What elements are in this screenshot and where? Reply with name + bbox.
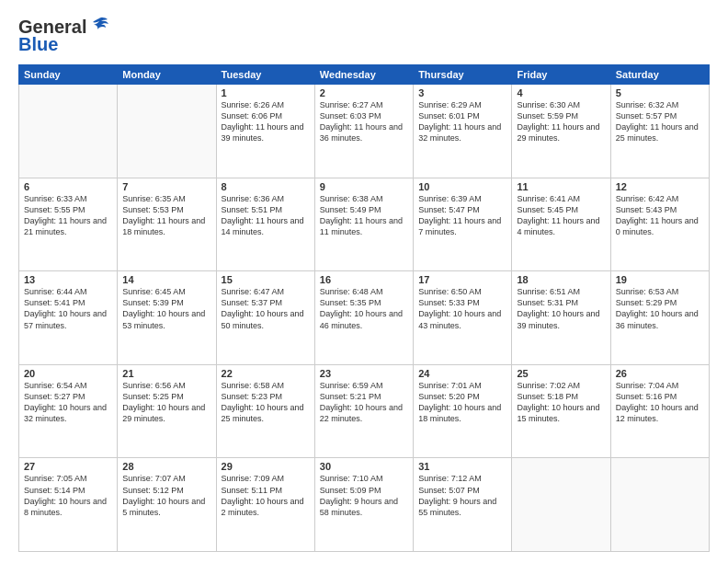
calendar-cell: 9Sunrise: 6:38 AM Sunset: 5:49 PM Daylig… <box>314 178 413 271</box>
calendar-cell: 4Sunrise: 6:30 AM Sunset: 5:59 PM Daylig… <box>512 85 610 178</box>
day-number: 10 <box>418 181 506 192</box>
day-number: 17 <box>418 274 506 285</box>
day-number: 27 <box>24 461 112 472</box>
day-info: Sunrise: 6:35 AM Sunset: 5:53 PM Dayligh… <box>122 193 210 238</box>
day-number: 25 <box>517 368 605 379</box>
day-number: 3 <box>418 87 506 98</box>
calendar-cell: 10Sunrise: 6:39 AM Sunset: 5:47 PM Dayli… <box>414 178 512 271</box>
calendar-cell: 12Sunrise: 6:42 AM Sunset: 5:43 PM Dayli… <box>610 178 709 271</box>
calendar-header-monday: Monday <box>118 65 216 85</box>
calendar-cell <box>610 458 709 552</box>
calendar-cell <box>118 85 216 178</box>
day-number: 31 <box>418 461 506 472</box>
calendar-cell <box>19 85 118 178</box>
day-number: 9 <box>320 181 408 192</box>
day-info: Sunrise: 7:09 AM Sunset: 5:11 PM Dayligh… <box>222 473 310 518</box>
calendar-header-wednesday: Wednesday <box>314 65 413 85</box>
calendar-cell: 18Sunrise: 6:51 AM Sunset: 5:31 PM Dayli… <box>512 271 610 365</box>
day-info: Sunrise: 6:42 AM Sunset: 5:43 PM Dayligh… <box>616 193 704 238</box>
day-info: Sunrise: 6:59 AM Sunset: 5:21 PM Dayligh… <box>320 380 408 425</box>
calendar-cell: 31Sunrise: 7:12 AM Sunset: 5:07 PM Dayli… <box>414 458 512 552</box>
day-info: Sunrise: 6:39 AM Sunset: 5:47 PM Dayligh… <box>418 193 506 238</box>
calendar-header-thursday: Thursday <box>414 65 512 85</box>
day-number: 5 <box>616 87 704 98</box>
calendar-cell: 6Sunrise: 6:33 AM Sunset: 5:55 PM Daylig… <box>19 178 118 271</box>
day-info: Sunrise: 7:01 AM Sunset: 5:20 PM Dayligh… <box>418 380 506 425</box>
calendar-cell: 27Sunrise: 7:05 AM Sunset: 5:14 PM Dayli… <box>19 458 118 552</box>
calendar-header-friday: Friday <box>512 65 610 85</box>
calendar-cell: 25Sunrise: 7:02 AM Sunset: 5:18 PM Dayli… <box>512 364 610 458</box>
day-info: Sunrise: 7:02 AM Sunset: 5:18 PM Dayligh… <box>517 380 605 425</box>
calendar-cell: 30Sunrise: 7:10 AM Sunset: 5:09 PM Dayli… <box>314 458 413 552</box>
day-info: Sunrise: 6:27 AM Sunset: 6:03 PM Dayligh… <box>320 99 408 144</box>
calendar-cell: 1Sunrise: 6:26 AM Sunset: 6:06 PM Daylig… <box>216 85 314 178</box>
day-number: 8 <box>222 181 310 192</box>
calendar-cell: 22Sunrise: 6:58 AM Sunset: 5:23 PM Dayli… <box>216 364 314 458</box>
calendar-header-saturday: Saturday <box>610 65 709 85</box>
day-info: Sunrise: 6:29 AM Sunset: 6:01 PM Dayligh… <box>418 99 506 144</box>
day-info: Sunrise: 6:33 AM Sunset: 5:55 PM Dayligh… <box>24 193 112 238</box>
day-number: 24 <box>418 368 506 379</box>
day-info: Sunrise: 6:50 AM Sunset: 5:33 PM Dayligh… <box>418 286 506 331</box>
day-info: Sunrise: 6:53 AM Sunset: 5:29 PM Dayligh… <box>616 286 704 331</box>
calendar-cell: 24Sunrise: 7:01 AM Sunset: 5:20 PM Dayli… <box>414 364 512 458</box>
day-info: Sunrise: 7:10 AM Sunset: 5:09 PM Dayligh… <box>320 473 408 518</box>
calendar-week-row: 13Sunrise: 6:44 AM Sunset: 5:41 PM Dayli… <box>19 271 710 365</box>
calendar-cell: 16Sunrise: 6:48 AM Sunset: 5:35 PM Dayli… <box>314 271 413 365</box>
calendar-header-sunday: Sunday <box>19 65 118 85</box>
day-info: Sunrise: 6:48 AM Sunset: 5:35 PM Dayligh… <box>320 286 408 331</box>
calendar-cell: 20Sunrise: 6:54 AM Sunset: 5:27 PM Dayli… <box>19 364 118 458</box>
day-number: 15 <box>222 274 310 285</box>
day-number: 29 <box>222 461 310 472</box>
calendar-week-row: 6Sunrise: 6:33 AM Sunset: 5:55 PM Daylig… <box>19 178 710 271</box>
day-number: 22 <box>222 368 310 379</box>
calendar-cell: 14Sunrise: 6:45 AM Sunset: 5:39 PM Dayli… <box>118 271 216 365</box>
calendar-cell: 21Sunrise: 6:56 AM Sunset: 5:25 PM Dayli… <box>118 364 216 458</box>
day-number: 6 <box>24 181 112 192</box>
logo-bird-icon <box>89 17 109 35</box>
calendar-cell: 29Sunrise: 7:09 AM Sunset: 5:11 PM Dayli… <box>216 458 314 552</box>
calendar-cell: 8Sunrise: 6:36 AM Sunset: 5:51 PM Daylig… <box>216 178 314 271</box>
day-info: Sunrise: 6:41 AM Sunset: 5:45 PM Dayligh… <box>517 193 605 238</box>
day-number: 23 <box>320 368 408 379</box>
calendar-cell: 3Sunrise: 6:29 AM Sunset: 6:01 PM Daylig… <box>414 85 512 178</box>
calendar-week-row: 27Sunrise: 7:05 AM Sunset: 5:14 PM Dayli… <box>19 458 710 552</box>
day-number: 26 <box>616 368 704 379</box>
day-info: Sunrise: 6:44 AM Sunset: 5:41 PM Dayligh… <box>24 286 112 331</box>
calendar-cell: 5Sunrise: 6:32 AM Sunset: 5:57 PM Daylig… <box>610 85 709 178</box>
day-info: Sunrise: 6:54 AM Sunset: 5:27 PM Dayligh… <box>24 380 112 425</box>
day-info: Sunrise: 6:51 AM Sunset: 5:31 PM Dayligh… <box>517 286 605 331</box>
header: General Blue <box>18 17 710 55</box>
day-number: 4 <box>517 87 605 98</box>
day-info: Sunrise: 6:36 AM Sunset: 5:51 PM Dayligh… <box>222 193 310 238</box>
day-number: 1 <box>222 87 310 98</box>
day-info: Sunrise: 6:38 AM Sunset: 5:49 PM Dayligh… <box>320 193 408 238</box>
calendar-cell: 15Sunrise: 6:47 AM Sunset: 5:37 PM Dayli… <box>216 271 314 365</box>
day-number: 13 <box>24 274 112 285</box>
page: General Blue SundayMondayTuesdayWednesda… <box>0 0 728 563</box>
calendar-cell: 23Sunrise: 6:59 AM Sunset: 5:21 PM Dayli… <box>314 364 413 458</box>
calendar-cell: 26Sunrise: 7:04 AM Sunset: 5:16 PM Dayli… <box>610 364 709 458</box>
day-info: Sunrise: 7:12 AM Sunset: 5:07 PM Dayligh… <box>418 473 506 518</box>
day-number: 28 <box>122 461 210 472</box>
day-number: 2 <box>320 87 408 98</box>
day-number: 16 <box>320 274 408 285</box>
day-info: Sunrise: 6:30 AM Sunset: 5:59 PM Dayligh… <box>517 99 605 144</box>
day-info: Sunrise: 6:56 AM Sunset: 5:25 PM Dayligh… <box>122 380 210 425</box>
logo: General Blue <box>18 17 109 55</box>
day-number: 11 <box>517 181 605 192</box>
calendar-cell: 17Sunrise: 6:50 AM Sunset: 5:33 PM Dayli… <box>414 271 512 365</box>
calendar-week-row: 20Sunrise: 6:54 AM Sunset: 5:27 PM Dayli… <box>19 364 710 458</box>
calendar-cell: 2Sunrise: 6:27 AM Sunset: 6:03 PM Daylig… <box>314 85 413 178</box>
day-number: 30 <box>320 461 408 472</box>
day-number: 19 <box>616 274 704 285</box>
calendar-cell: 28Sunrise: 7:07 AM Sunset: 5:12 PM Dayli… <box>118 458 216 552</box>
calendar-cell <box>512 458 610 552</box>
calendar-cell: 7Sunrise: 6:35 AM Sunset: 5:53 PM Daylig… <box>118 178 216 271</box>
day-number: 7 <box>122 181 210 192</box>
calendar-cell: 11Sunrise: 6:41 AM Sunset: 5:45 PM Dayli… <box>512 178 610 271</box>
day-info: Sunrise: 6:47 AM Sunset: 5:37 PM Dayligh… <box>222 286 310 331</box>
day-info: Sunrise: 6:58 AM Sunset: 5:23 PM Dayligh… <box>222 380 310 425</box>
day-number: 18 <box>517 274 605 285</box>
calendar-cell: 13Sunrise: 6:44 AM Sunset: 5:41 PM Dayli… <box>19 271 118 365</box>
